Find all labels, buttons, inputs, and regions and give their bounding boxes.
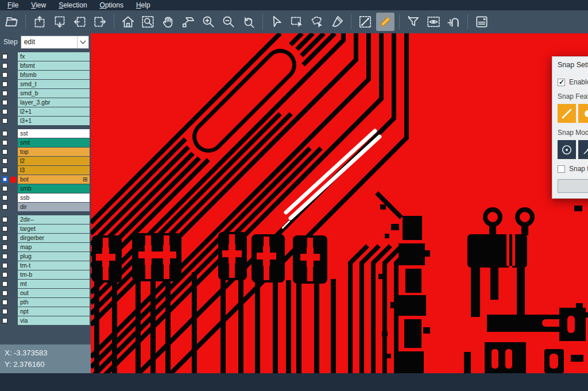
layers-panel-button[interactable] xyxy=(473,13,491,31)
layer-visibility-checkbox[interactable] xyxy=(2,235,8,241)
snap-all-layers-checkbox[interactable] xyxy=(558,165,565,173)
layer-row-l3+1[interactable]: l3+1 xyxy=(2,117,91,125)
layer-row-out[interactable]: out xyxy=(2,289,91,297)
layer-visibility-checkbox[interactable] xyxy=(2,204,8,210)
center-snap-button[interactable] xyxy=(558,140,576,159)
layer-visibility-checkbox[interactable] xyxy=(2,244,8,250)
layer-visibility-checkbox[interactable] xyxy=(2,109,8,115)
pan-down-button[interactable] xyxy=(51,13,69,31)
layer-row-layer_3.gbr[interactable]: layer_3.gbr xyxy=(2,98,91,107)
layer-visibility-checkbox[interactable] xyxy=(2,118,8,124)
layer-row-sst[interactable]: sst xyxy=(2,129,91,138)
ruler-button[interactable] xyxy=(376,13,394,31)
pan-right-button[interactable] xyxy=(91,13,109,31)
layer-row-fx[interactable]: fx xyxy=(2,52,91,61)
layer-visibility-checkbox[interactable] xyxy=(2,216,8,223)
layer-visibility-checkbox[interactable] xyxy=(2,167,8,173)
pan-up-button[interactable] xyxy=(30,13,49,31)
pan-hand-button[interactable] xyxy=(159,13,177,31)
layer-row-smd_t[interactable]: smd_t xyxy=(2,80,91,88)
home-view-button[interactable] xyxy=(119,13,137,31)
menu-view[interactable]: View xyxy=(25,0,52,10)
toolbar-separator xyxy=(467,14,468,29)
layer-visibility-checkbox[interactable] xyxy=(2,81,8,87)
layer-visibility-checkbox[interactable] xyxy=(2,185,8,192)
layer-row-bfsmt[interactable]: bfsmt xyxy=(2,61,91,70)
layer-row-pth[interactable]: pth xyxy=(2,298,91,307)
polygon-select-button[interactable] xyxy=(308,13,326,31)
menu-selection[interactable]: Selection xyxy=(52,0,93,10)
layer-row-ssb[interactable]: ssb xyxy=(2,193,91,202)
layer-visibility-checkbox[interactable] xyxy=(2,158,8,164)
menu-options[interactable]: Options xyxy=(94,0,130,10)
layer-row-bfsmb[interactable]: bfsmb xyxy=(2,71,91,79)
layer-visibility-checkbox[interactable] xyxy=(2,299,8,305)
layer-row-smd_b[interactable]: smd_b xyxy=(2,89,91,98)
layer-row-l2[interactable]: l2 xyxy=(2,157,91,165)
layer-visibility-checkbox[interactable] xyxy=(2,72,8,78)
layer-row-via[interactable]: via xyxy=(2,316,91,325)
layer-row-plug[interactable]: plug xyxy=(2,252,91,261)
enable-snapping-row[interactable]: Enable Snapping xyxy=(558,78,588,86)
layer-row-tm-t[interactable]: tm-t xyxy=(2,261,91,270)
zoom-area-button[interactable] xyxy=(139,13,157,31)
layer-gutter xyxy=(8,71,18,79)
layer-visibility-checkbox[interactable] xyxy=(2,195,8,201)
layer-row-mt[interactable]: mt xyxy=(2,280,91,288)
pan-left-button[interactable] xyxy=(71,13,89,31)
clean-brush-button[interactable] xyxy=(328,13,346,31)
zoom-out-button[interactable] xyxy=(219,13,238,31)
layer-visibility-checkbox[interactable] xyxy=(2,63,8,69)
layer-row-smt[interactable]: smt xyxy=(2,138,91,147)
layer-row-dirgerber[interactable]: dirgerber xyxy=(2,234,91,242)
zoom-in-button[interactable] xyxy=(199,13,218,31)
menu-file[interactable]: File xyxy=(1,0,25,10)
layer-visibility-checkbox[interactable] xyxy=(2,226,8,232)
layer-visibility-checkbox[interactable] xyxy=(2,308,8,315)
layer-row-bot[interactable]: bot⊞ xyxy=(2,175,91,184)
view-area-button[interactable] xyxy=(424,13,443,31)
filter-button[interactable] xyxy=(404,13,423,31)
layer-visibility-checkbox[interactable] xyxy=(2,99,8,106)
x-readout: X: -3.373583 xyxy=(5,347,86,359)
layer-visibility-checkbox[interactable] xyxy=(2,176,8,183)
layer-row-tm-b[interactable]: tm-b xyxy=(2,270,91,279)
layer-visibility-checkbox[interactable] xyxy=(2,253,8,260)
snap-button[interactable] xyxy=(444,13,463,31)
layer-visibility-checkbox[interactable] xyxy=(2,149,8,155)
layer-visibility-checkbox[interactable] xyxy=(2,53,8,60)
layer-visibility-checkbox[interactable] xyxy=(2,281,8,287)
zoom-previous-button[interactable] xyxy=(239,13,258,31)
enable-snapping-checkbox[interactable] xyxy=(558,79,565,86)
dialog-title-bar[interactable]: Snap Settings x xyxy=(552,57,588,72)
layer-row-npt[interactable]: npt xyxy=(2,307,91,316)
layer-visibility-checkbox[interactable] xyxy=(2,130,8,137)
layer-visibility-checkbox[interactable] xyxy=(2,90,8,96)
layer-row-2dir--[interactable]: 2dir-- xyxy=(2,215,91,224)
open-file-button[interactable] xyxy=(2,13,21,31)
zoom-window-button[interactable] xyxy=(179,13,198,31)
layer-row-top[interactable]: top xyxy=(2,148,91,156)
select-cursor-button[interactable] xyxy=(268,13,286,31)
pad-feature-button[interactable] xyxy=(578,104,588,123)
rect-select-button[interactable] xyxy=(288,13,306,31)
pcb-canvas[interactable]: Snap Settings x Enable Snapping Snap Fea… xyxy=(91,33,588,373)
line-feature-button[interactable] xyxy=(558,104,576,123)
measure-line-button[interactable] xyxy=(356,13,374,31)
layer-row-l2+1[interactable]: l2+1 xyxy=(2,107,91,116)
layer-visibility-checkbox[interactable] xyxy=(2,272,8,278)
layer-visibility-checkbox[interactable] xyxy=(2,318,8,324)
menu-help[interactable]: Help xyxy=(130,0,157,10)
midpoint-snap-button[interactable] xyxy=(578,140,588,159)
layer-row-target[interactable]: target xyxy=(2,224,91,233)
layer-row-map[interactable]: map xyxy=(2,243,91,251)
snap-all-layers-row[interactable]: Snap to all displayed layers xyxy=(558,165,588,173)
layer-row-l3[interactable]: l3 xyxy=(2,166,91,175)
layer-row-smb[interactable]: smb xyxy=(2,184,91,193)
step-select[interactable]: edit xyxy=(21,36,89,49)
layer-row-dir[interactable]: dir xyxy=(2,203,91,211)
close-button[interactable]: Close xyxy=(558,179,588,193)
layer-visibility-checkbox[interactable] xyxy=(2,290,8,296)
layer-visibility-checkbox[interactable] xyxy=(2,262,8,269)
layer-visibility-checkbox[interactable] xyxy=(2,140,8,146)
